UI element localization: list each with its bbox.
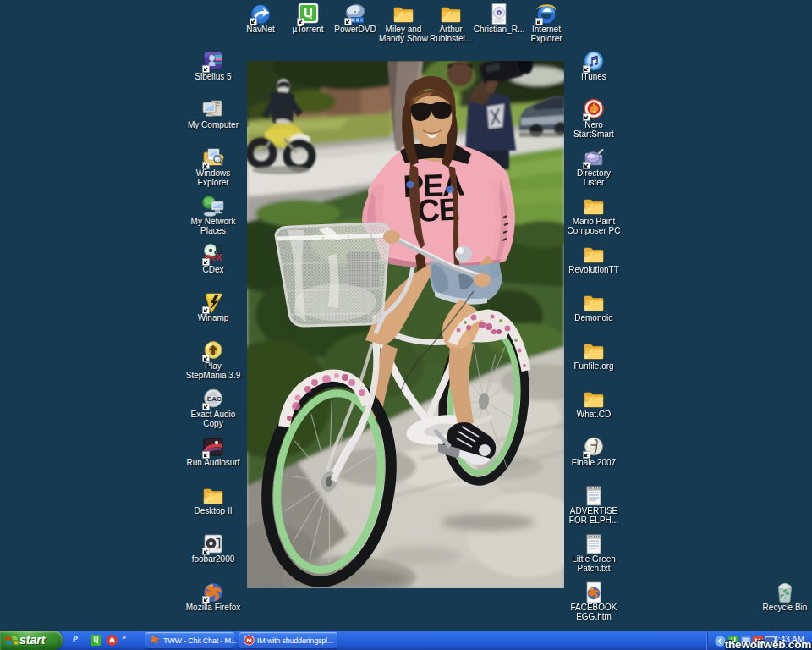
svg-text:EAC: EAC bbox=[207, 395, 222, 403]
svg-text:eX: eX bbox=[211, 253, 222, 262]
